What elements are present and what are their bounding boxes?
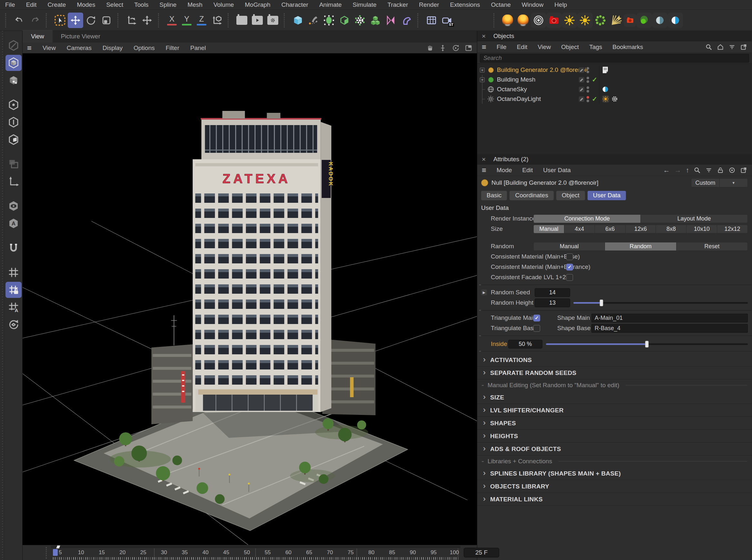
- obj-menu-object[interactable]: Object: [561, 43, 579, 51]
- current-frame-box[interactable]: 25 F: [464, 548, 499, 557]
- menu-simulate[interactable]: Simulate: [353, 1, 377, 8]
- extrude-generator-button[interactable]: [337, 13, 352, 28]
- axis-mode-button[interactable]: [5, 174, 22, 189]
- scale-tool-button[interactable]: [99, 13, 114, 28]
- target-icon[interactable]: [729, 167, 735, 174]
- menu-file[interactable]: File: [5, 1, 15, 8]
- menu-modes[interactable]: Modes: [77, 1, 95, 8]
- orbit-view-icon[interactable]: [452, 44, 459, 52]
- octane-explosion-button[interactable]: [500, 13, 515, 28]
- tab-view[interactable]: View: [23, 30, 53, 43]
- menu-select[interactable]: Select: [106, 1, 123, 8]
- section-heights[interactable]: › HEIGHTS: [477, 430, 752, 443]
- layout-mode-button[interactable]: Layout Mode: [641, 214, 748, 223]
- workplane-grid-button[interactable]: [5, 264, 22, 280]
- menu-volume[interactable]: Volume: [214, 1, 234, 8]
- render-settings-button[interactable]: [265, 13, 280, 28]
- y-axis-lock-button[interactable]: Y: [179, 13, 194, 28]
- tab-basic[interactable]: Basic: [481, 191, 507, 200]
- size-12x12-button[interactable]: 12x12: [717, 225, 748, 234]
- lock-icon[interactable]: [717, 167, 724, 174]
- uv-mode-button[interactable]: [5, 156, 22, 172]
- spline-primitive-button[interactable]: [321, 13, 337, 28]
- timeline-range-bar[interactable]: [51, 546, 460, 548]
- home-icon[interactable]: [717, 43, 724, 51]
- random-reset-button[interactable]: Reset: [676, 242, 748, 251]
- vp-menu-cameras[interactable]: Cameras: [67, 44, 92, 52]
- viewport-solo-button[interactable]: [5, 198, 22, 214]
- array-grid-button[interactable]: [424, 13, 439, 28]
- camera-st-button[interactable]: ST: [439, 13, 455, 28]
- coordinate-system-button[interactable]: [124, 13, 139, 28]
- inside-value-field[interactable]: 50 %: [508, 340, 542, 348]
- render-picture-viewer-button[interactable]: [250, 13, 265, 28]
- object-label[interactable]: Building Mesh: [497, 76, 535, 83]
- back-arrow-icon[interactable]: ←: [663, 166, 670, 174]
- gear-tag-icon[interactable]: [611, 96, 618, 102]
- zoom-view-icon[interactable]: [439, 44, 447, 52]
- enabled-check-icon[interactable]: ✓: [591, 76, 598, 83]
- maximize-view-icon[interactable]: [465, 44, 472, 52]
- polygons-mode-button[interactable]: [5, 132, 22, 148]
- section-size[interactable]: › SIZE: [477, 391, 752, 404]
- object-row-octanesky[interactable]: OctaneSky: [477, 84, 752, 94]
- vp-menu-filter[interactable]: Filter: [166, 44, 179, 52]
- section-ads-roof-objects[interactable]: › ADS & ROOF OBJECTS: [477, 443, 752, 456]
- octane-live-viewer-button[interactable]: [531, 13, 546, 28]
- sky-tag-icon[interactable]: [602, 86, 609, 93]
- search-icon[interactable]: [705, 43, 712, 51]
- move-tool-button[interactable]: [68, 13, 83, 28]
- section-splines-library[interactable]: › SPLINES LIBRARY (SHAPES MAIN + BASE): [477, 467, 752, 480]
- enabled-check-icon[interactable]: ✓: [591, 95, 598, 103]
- octane-lightrays-button[interactable]: [608, 13, 624, 28]
- points-mode-button[interactable]: [5, 97, 22, 113]
- tab-picture-viewer[interactable]: Picture Viewer: [53, 31, 109, 43]
- preset-dropdown[interactable]: Custom ▼: [691, 178, 748, 187]
- pan-view-icon[interactable]: [426, 44, 434, 52]
- section-activations[interactable]: › ACTIVATIONS: [477, 354, 752, 366]
- menu-animate[interactable]: Animate: [319, 1, 342, 8]
- menu-tools[interactable]: Tools: [134, 1, 149, 8]
- tab-object[interactable]: Object: [556, 191, 585, 200]
- close-icon[interactable]: ×: [482, 155, 487, 163]
- obj-menu-edit[interactable]: Edit: [517, 43, 528, 51]
- edges-mode-button[interactable]: [5, 114, 22, 130]
- size-6x6-button[interactable]: 6x6: [595, 225, 626, 234]
- symmetry-button[interactable]: [383, 13, 399, 28]
- forward-arrow-icon[interactable]: →: [675, 166, 681, 174]
- cube-primitive-button[interactable]: [290, 13, 306, 28]
- obj-menu-view[interactable]: View: [538, 43, 551, 51]
- new-window-icon[interactable]: [740, 167, 747, 174]
- workplane-button[interactable]: [209, 13, 224, 28]
- object-label[interactable]: OctaneSky: [497, 86, 527, 93]
- section-separate-random-seeds[interactable]: › SEPARATE RANDOM SEEDS: [477, 366, 752, 379]
- consistent-material-entrance-checkbox[interactable]: ✓: [566, 264, 573, 271]
- attributes-menu-icon[interactable]: ≡: [482, 166, 486, 174]
- visibility-dots[interactable]: [587, 86, 589, 93]
- random-height-slider[interactable]: [573, 299, 748, 307]
- consistent-facade-checkbox[interactable]: [566, 274, 573, 281]
- viewport-menu-icon[interactable]: ≡: [27, 44, 32, 52]
- edit-pencil-icon[interactable]: [579, 67, 584, 73]
- tweak-mode-button[interactable]: [5, 37, 22, 54]
- obj-menu-bookmarks[interactable]: Bookmarks: [612, 43, 643, 51]
- size-manual-button[interactable]: Manual: [533, 225, 564, 234]
- obj-menu-tags[interactable]: Tags: [589, 43, 602, 51]
- section-material-links[interactable]: › MATERIAL LINKS: [477, 493, 752, 506]
- octane-texture-env-button[interactable]: [652, 13, 668, 28]
- up-arrow-icon[interactable]: ↑: [686, 166, 689, 174]
- objects-menu-icon[interactable]: ≡: [482, 43, 486, 51]
- filter-icon[interactable]: [729, 43, 735, 51]
- size-8x8-button[interactable]: 8x8: [656, 225, 687, 234]
- menu-mograph[interactable]: MoGraph: [245, 1, 270, 8]
- menu-character[interactable]: Character: [281, 1, 308, 8]
- menu-octane[interactable]: Octane: [491, 1, 511, 8]
- octane-sun-button[interactable]: [562, 13, 577, 28]
- object-row-building-mesh[interactable]: + Building Mesh ✓: [477, 75, 752, 84]
- expand-icon[interactable]: +: [480, 68, 485, 73]
- random-random-button[interactable]: Random: [605, 242, 676, 251]
- triangulate-base-checkbox[interactable]: [533, 325, 540, 332]
- attr-menu-userdata[interactable]: User Data: [543, 167, 571, 174]
- timeline-ruler[interactable]: 5 10 15 20 25 30 35 40 45 50 55 60 65 70…: [55, 549, 460, 556]
- expand-icon[interactable]: +: [480, 77, 485, 82]
